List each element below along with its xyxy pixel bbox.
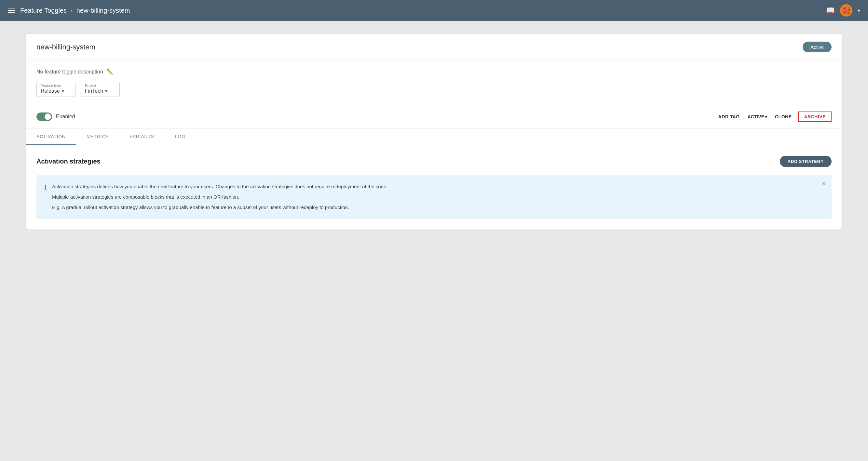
header-right: 📖 🧱 ▾: [826, 4, 860, 17]
feature-toggle-card: new-billing-system Active No feature tog…: [26, 34, 842, 230]
tab-metrics[interactable]: METRICS: [76, 129, 119, 145]
info-box: ℹ Activation strategies defines how you …: [36, 175, 832, 219]
enabled-toggle[interactable]: [36, 112, 52, 121]
toggle-knob: [44, 113, 51, 120]
active-dropdown-arrow-icon: ▾: [765, 114, 767, 119]
type-project-row: Feature type Release ▾ Project FinTech ▾: [36, 82, 832, 97]
header: Feature Toggles › new-billing-system 📖 🧱…: [0, 0, 868, 21]
info-line3: E.g. A gradual rollout activation strate…: [52, 203, 388, 211]
info-line2: Multiple activation strategies are compo…: [52, 193, 388, 201]
project-select[interactable]: Project FinTech ▾: [81, 82, 120, 97]
main-content: new-billing-system Active No feature tog…: [0, 21, 868, 242]
header-left: Feature Toggles › new-billing-system: [8, 7, 130, 14]
feature-type-arrow-icon: ▾: [62, 89, 64, 94]
breadcrumb-separator: ›: [71, 7, 73, 14]
close-info-button[interactable]: ✕: [822, 180, 826, 187]
menu-button[interactable]: [8, 8, 15, 13]
tab-log[interactable]: LOG: [165, 129, 196, 145]
strategies-title: Activation strategies: [36, 158, 100, 165]
docs-icon[interactable]: 📖: [826, 6, 835, 14]
breadcrumb: Feature Toggles › new-billing-system: [20, 7, 130, 14]
user-menu-chevron-icon[interactable]: ▾: [858, 7, 860, 14]
breadcrumb-parent[interactable]: Feature Toggles: [20, 7, 67, 14]
project-arrow-icon: ▾: [105, 89, 107, 94]
add-tag-button[interactable]: ADD TAG: [714, 111, 743, 122]
desc-row: No feature toggle description ✏️: [36, 68, 832, 75]
card-description: No feature toggle description ✏️ Feature…: [26, 61, 842, 105]
card-actions: Enabled ADD TAG ACTIVE ▾ CLONE ARCHIVE: [26, 105, 842, 129]
tab-content: Activation strategies ADD STRATEGY ℹ Act…: [26, 145, 842, 230]
avatar: 🧱: [840, 4, 852, 17]
active-dropdown[interactable]: ACTIVE ▾: [746, 111, 769, 122]
card-header: new-billing-system Active: [26, 34, 842, 61]
breadcrumb-child[interactable]: new-billing-system: [76, 7, 130, 14]
info-line1: Activation strategies defines how you en…: [52, 183, 388, 191]
strategies-header: Activation strategies ADD STRATEGY: [36, 156, 832, 167]
edit-icon[interactable]: ✏️: [106, 68, 114, 75]
enabled-label: Enabled: [56, 114, 75, 120]
clone-button[interactable]: CLONE: [771, 111, 796, 122]
tab-variants[interactable]: VARIANTS: [119, 129, 165, 145]
info-content: ℹ Activation strategies defines how you …: [44, 183, 824, 211]
description-text: No feature toggle description: [36, 69, 103, 75]
toggle-name: new-billing-system: [36, 43, 95, 52]
action-buttons: ADD TAG ACTIVE ▾ CLONE ARCHIVE: [714, 111, 832, 122]
info-icon: ℹ: [44, 184, 47, 211]
tabs: ACTIVATION METRICS VARIANTS LOG: [26, 129, 842, 145]
enabled-row: Enabled: [36, 112, 75, 121]
feature-type-select[interactable]: Feature type Release ▾: [36, 82, 75, 97]
tab-activation[interactable]: ACTIVATION: [26, 129, 76, 145]
active-dropdown-label: ACTIVE: [748, 114, 764, 119]
feature-type-label: Feature type: [41, 84, 71, 88]
project-label: Project: [85, 84, 116, 88]
archive-button[interactable]: ARCHIVE: [798, 111, 832, 122]
info-text: Activation strategies defines how you en…: [52, 183, 388, 211]
feature-type-value[interactable]: Release ▾: [41, 88, 71, 94]
project-value[interactable]: FinTech ▾: [85, 88, 116, 94]
add-strategy-button[interactable]: ADD STRATEGY: [780, 156, 832, 167]
active-badge: Active: [803, 42, 832, 52]
